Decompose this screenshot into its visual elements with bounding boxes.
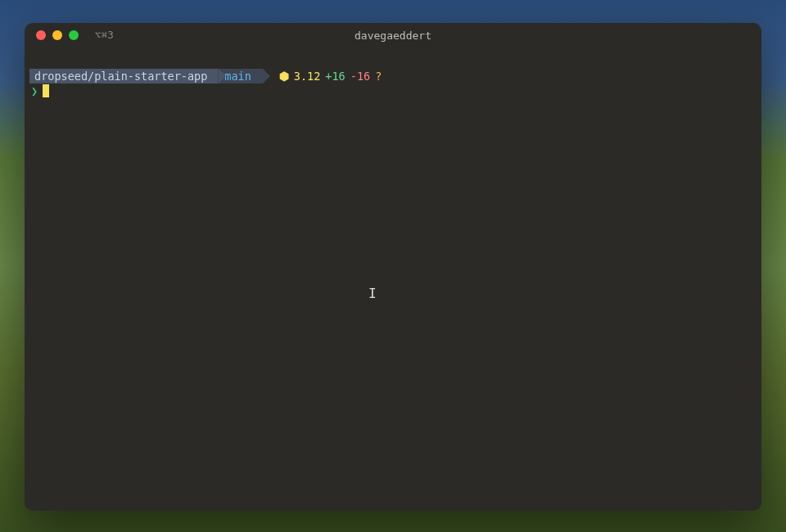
window-title: davegaeddert: [355, 29, 431, 42]
command-input-line[interactable]: ❯: [29, 83, 757, 98]
ibeam-cursor-icon: 𝙸: [368, 285, 377, 303]
terminal-window: ⌥⌘3 davegaeddert dropseed/plain-starter-…: [25, 23, 761, 511]
titlebar[interactable]: ⌥⌘3 davegaeddert: [25, 23, 761, 47]
terminal-body[interactable]: dropseed/plain-starter-app main ⬢ 3.12 +…: [25, 47, 761, 511]
runtime-status: ⬢ 3.12 +16 -16 ?: [279, 69, 382, 83]
close-button[interactable]: [36, 30, 46, 40]
window-shortcut-label: ⌥⌘3: [95, 29, 114, 41]
chevron-right-icon: [219, 69, 226, 83]
branch-name: main: [224, 69, 251, 83]
python-version: 3.12: [294, 69, 321, 83]
git-deletions: -16: [350, 69, 370, 83]
git-additions: +16: [325, 69, 345, 83]
text-cursor-block: [43, 84, 49, 97]
prompt-status-line: dropseed/plain-starter-app main ⬢ 3.12 +…: [29, 69, 757, 83]
maximize-button[interactable]: [69, 30, 79, 40]
repo-segment: dropseed/plain-starter-app: [29, 69, 219, 83]
prompt-character: ❯: [31, 83, 38, 98]
traffic-lights: [36, 30, 79, 40]
repo-path: dropseed/plain-starter-app: [34, 69, 207, 83]
minimize-button[interactable]: [52, 30, 62, 40]
git-untracked: ?: [375, 69, 382, 83]
chevron-right-icon: [263, 69, 270, 83]
python-icon: ⬢: [279, 69, 289, 83]
